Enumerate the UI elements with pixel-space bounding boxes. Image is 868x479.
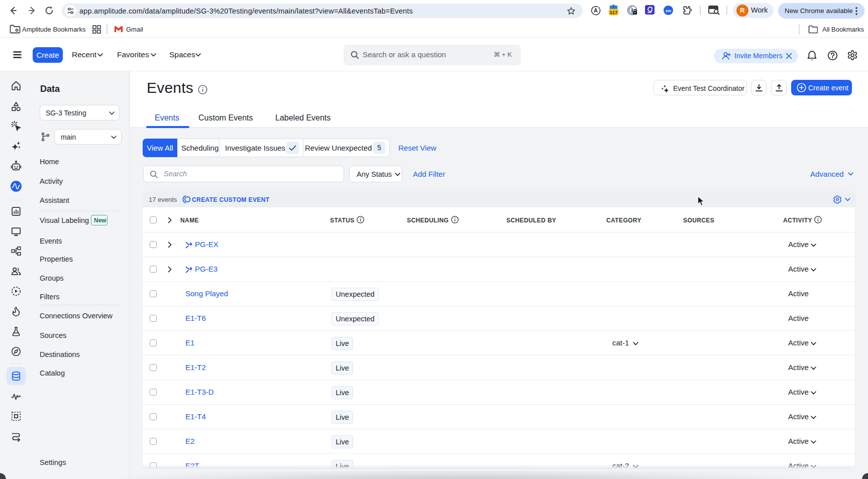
svg-text:117: 117 [610, 10, 618, 15]
svg-text:zm: zm [666, 9, 671, 13]
